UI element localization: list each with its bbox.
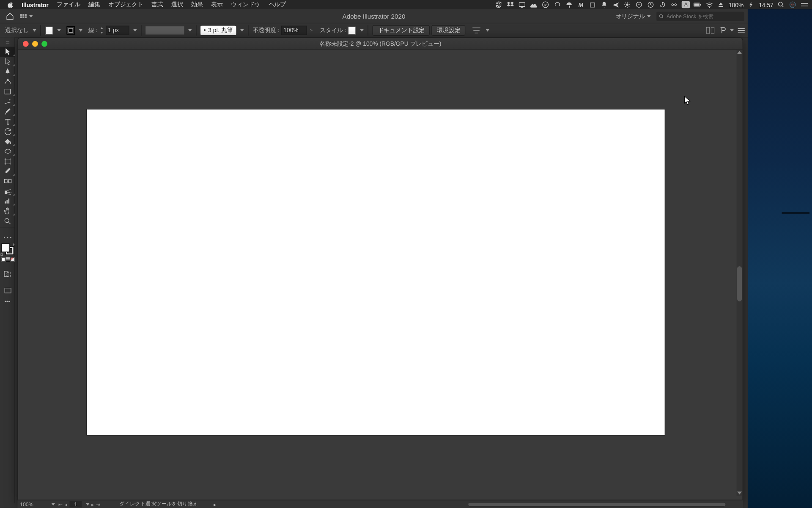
horizontal-scrollbar[interactable]: [468, 502, 725, 506]
sun-icon[interactable]: [623, 0, 631, 8]
rectangle-tool[interactable]: [0, 87, 15, 97]
edit-toolbar[interactable]: [0, 232, 15, 242]
nav-first[interactable]: ⇤: [58, 501, 63, 507]
plane-icon[interactable]: [612, 0, 620, 8]
sel-caret[interactable]: [33, 29, 36, 31]
document-titlebar[interactable]: 名称未設定-2 @ 100% (RGB/GPU プレビュー): [18, 38, 743, 50]
paintbrush-tool[interactable]: [0, 107, 15, 116]
stock-search[interactable]: [656, 11, 744, 21]
nav-last[interactable]: ⇥: [96, 501, 101, 507]
screen-mode[interactable]: [0, 286, 15, 295]
prefs-button[interactable]: 環境設定: [432, 25, 466, 36]
brush-name[interactable]: •3 pt. 丸筆: [200, 25, 236, 35]
rotate-tool[interactable]: [0, 127, 15, 136]
zoom-input[interactable]: 100%: [20, 501, 46, 507]
siri-icon[interactable]: [789, 0, 797, 8]
minimize-button[interactable]: [32, 41, 38, 47]
stroke-width-input[interactable]: 1 px: [106, 25, 129, 35]
cc-icon[interactable]: [553, 0, 561, 8]
menu-view[interactable]: 表示: [207, 0, 227, 8]
tools-grip[interactable]: [0, 39, 15, 47]
status-caret[interactable]: ▸: [214, 501, 217, 507]
loop-icon[interactable]: [495, 0, 503, 8]
width-tool[interactable]: [0, 146, 15, 156]
app-name[interactable]: Illustrator: [17, 1, 52, 8]
clock2-icon[interactable]: [647, 0, 655, 8]
text-dir-button[interactable]: [719, 26, 734, 34]
type-tool[interactable]: [0, 116, 15, 126]
menu-help[interactable]: ヘルプ: [264, 0, 290, 8]
artboard-1[interactable]: [87, 109, 665, 435]
var-width-profile[interactable]: [145, 26, 184, 34]
cloud-icon[interactable]: [530, 0, 538, 8]
zoom-button[interactable]: [41, 41, 47, 47]
blend-tool[interactable]: [0, 176, 15, 186]
close-button[interactable]: [23, 41, 29, 47]
pen-tool[interactable]: [0, 67, 15, 77]
menu-object[interactable]: オブジェクト: [104, 0, 147, 8]
menu-effect[interactable]: 効果: [187, 0, 207, 8]
square-icon[interactable]: [588, 0, 596, 8]
apple-menu[interactable]: [3, 1, 17, 8]
artboard-number[interactable]: 1: [69, 501, 82, 507]
menubar-text-m[interactable]: M: [576, 0, 584, 8]
svg-point-5: [639, 4, 639, 5]
tog-icon[interactable]: [670, 0, 678, 8]
selection-tool[interactable]: [0, 47, 15, 57]
workspace-switcher[interactable]: オリジナル: [613, 12, 653, 20]
spotlight-icon[interactable]: [777, 0, 785, 8]
draw-mode[interactable]: [0, 268, 15, 278]
arrange-button[interactable]: [20, 11, 33, 22]
stroke-swatch[interactable]: [67, 26, 75, 34]
vertical-scrollbar[interactable]: [737, 50, 743, 495]
panel-menu-icon[interactable]: [737, 27, 745, 33]
color-mode-row[interactable]: [0, 257, 15, 262]
fill-swatch[interactable]: [45, 26, 53, 34]
align-icon[interactable]: [472, 26, 482, 34]
svg-point-13: [779, 2, 783, 6]
canvas-area[interactable]: [18, 50, 743, 502]
scrollbar-thumb[interactable]: [737, 266, 742, 301]
nav-prev[interactable]: ◂: [65, 501, 68, 507]
style-swatch[interactable]: [348, 26, 356, 34]
eyedropper-tool[interactable]: [0, 166, 15, 176]
nav-next[interactable]: ▸: [91, 501, 94, 507]
dropbox-icon[interactable]: [507, 0, 515, 8]
svg-rect-19: [20, 16, 22, 18]
doc-setup-button[interactable]: ドキュメント設定: [373, 25, 430, 36]
bell-icon[interactable]: [600, 0, 608, 8]
menu-type[interactable]: 書式: [148, 0, 167, 8]
fill-stroke-proxy[interactable]: [0, 242, 15, 256]
direct-selection-tool[interactable]: [0, 57, 15, 66]
stock-search-input[interactable]: [667, 13, 742, 19]
fill-tool[interactable]: [0, 136, 15, 146]
opacity-input[interactable]: 100%: [281, 25, 307, 35]
eject-icon[interactable]: [717, 0, 725, 8]
hand-tool[interactable]: [0, 206, 15, 216]
column-graph-tool[interactable]: [0, 196, 15, 206]
expand-panel-icon[interactable]: [705, 26, 715, 34]
input-source[interactable]: A: [682, 1, 690, 8]
display-icon[interactable]: [518, 0, 526, 8]
stepper-icon[interactable]: [99, 26, 104, 34]
history-icon[interactable]: [658, 0, 667, 8]
battery-icon[interactable]: [694, 0, 702, 8]
menu-file[interactable]: ファイル: [53, 0, 85, 8]
control-center-icon[interactable]: [800, 0, 808, 8]
target-icon[interactable]: [635, 0, 643, 8]
wifi-icon[interactable]: [705, 0, 713, 8]
artboard-tool[interactable]: [0, 156, 15, 166]
zoom-tool[interactable]: [0, 216, 15, 226]
menu-window[interactable]: ウィンドウ: [227, 0, 264, 8]
curvature-tool[interactable]: [0, 77, 15, 86]
umbrella-icon[interactable]: [565, 0, 573, 8]
menu-select[interactable]: 選択: [167, 0, 187, 8]
home-button[interactable]: [3, 11, 16, 22]
shaper-tool[interactable]: [0, 97, 15, 106]
svg-point-39: [7, 237, 8, 238]
symbol-sprayer-tool[interactable]: [0, 186, 15, 196]
desktop-boat: [782, 211, 809, 214]
menu-edit[interactable]: 編集: [84, 0, 104, 8]
more-tools[interactable]: •••: [0, 299, 15, 305]
check-icon[interactable]: [542, 0, 550, 8]
